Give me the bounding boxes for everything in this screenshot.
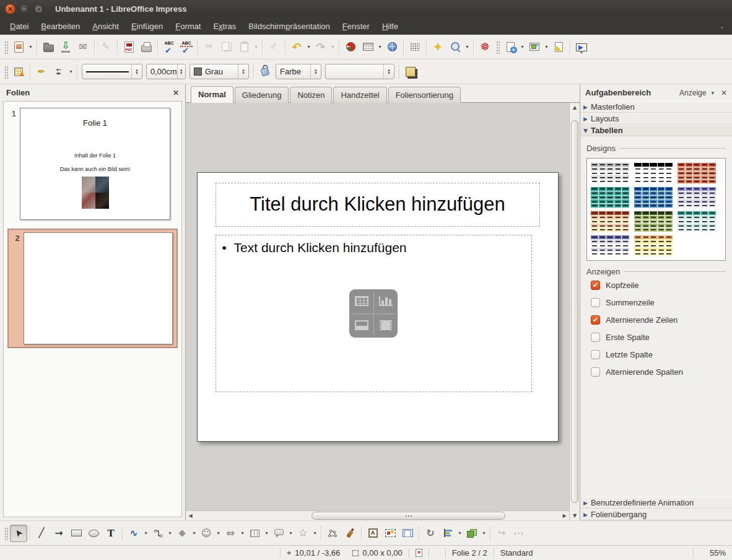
scroll-down-arrow[interactable]: ▼ [570, 511, 580, 520]
hyperlink-button[interactable] [383, 38, 401, 56]
checkbox-row-alternierende-zeilen[interactable]: ✔Alternierende Zeilen [586, 311, 726, 328]
edit-file-button[interactable]: ✎ [97, 38, 115, 56]
line-style-combo[interactable]: ▲▼ [82, 64, 142, 79]
line-dialog-button[interactable]: ✒ [33, 63, 50, 81]
object-size-field[interactable]: 0,00 x 0,00 [346, 546, 408, 560]
section-masterfolien[interactable]: ▶Masterfolien [580, 101, 732, 113]
new-dropdown-arrow[interactable]: ▾ [27, 44, 34, 50]
scroll-left-arrow[interactable]: ◀ [186, 511, 195, 520]
menu-datei[interactable]: Datei [4, 19, 35, 34]
insert-movie-icon[interactable] [380, 320, 392, 330]
slide-layout-dropdown-arrow[interactable]: ▾ [543, 44, 550, 50]
glue-points-button[interactable] [341, 525, 359, 542]
table-dropdown-arrow[interactable]: ▾ [377, 44, 383, 50]
arrow-style-dropdown-arrow[interactable]: ▾ [68, 69, 74, 74]
insert-chart-icon[interactable] [379, 296, 393, 306]
slide-indicator[interactable]: Folie 2 / 2 [446, 546, 494, 560]
line-color-spinner[interactable]: ▲▼ [238, 64, 248, 79]
document-modified-field[interactable] [409, 546, 429, 560]
menu-fenster[interactable]: Fenster [336, 19, 376, 34]
line-color-combo[interactable]: Grau ▲▼ [190, 64, 249, 79]
checkbox-summenzeile[interactable] [591, 298, 600, 307]
new-slide-dropdown-arrow[interactable]: ▾ [519, 44, 526, 50]
section-benutzerdefinierte-animation[interactable]: ▶Benutzerdefinierte Animation [580, 497, 732, 509]
ellipse-tool-button[interactable] [85, 525, 102, 542]
slide-1-thumb[interactable]: Folie 1 Inhalt der Folie 1 Das kann auch… [20, 108, 170, 220]
tab-notizen[interactable]: Notizen [290, 87, 332, 103]
line-width-spinbox[interactable]: 0,00cm ▲▼ [146, 64, 186, 79]
vertical-scroll-thumb[interactable] [571, 120, 578, 503]
table-design-blue[interactable] [634, 187, 673, 208]
slide-canvas-workspace[interactable]: Titel durch Klicken hinzufügen • Text du… [186, 103, 569, 510]
cut-button[interactable]: ✂ [201, 38, 218, 56]
open-button[interactable] [40, 38, 57, 56]
area-dialog-button[interactable] [256, 63, 274, 81]
symbol-shapes-button[interactable]: ☺ [198, 525, 215, 542]
slide-2-thumb[interactable] [24, 232, 173, 344]
section-tabellen[interactable]: ▼Tabellen [580, 125, 732, 136]
checkbox-row-letzte-spalte[interactable]: Letzte Spalte [586, 346, 726, 363]
alignment-dropdown-arrow[interactable]: ▾ [456, 530, 463, 536]
new-slide-button[interactable] [502, 38, 519, 56]
save-button[interactable]: ⇩ [57, 38, 74, 56]
checkbox-row-alternierende-spalten[interactable]: Alternierende Spalten [586, 363, 726, 380]
display-grid-button[interactable] [406, 38, 424, 56]
table-design-cyan[interactable] [678, 211, 716, 232]
curve-dropdown-arrow[interactable]: ▾ [142, 530, 149, 536]
zoom-button[interactable] [447, 38, 464, 56]
table-design-orange[interactable] [678, 163, 716, 183]
slide-thumbnail-2-selected[interactable]: 2 [7, 229, 178, 348]
toolbar-grip[interactable] [4, 527, 8, 540]
zoom-level-field[interactable]: 55% [694, 546, 732, 560]
section-folienübergang[interactable]: ▶Folienübergang [580, 509, 732, 520]
table-design-violet[interactable] [591, 235, 629, 256]
tab-foliensortierung[interactable]: Foliensortierung [388, 87, 461, 103]
interaction-button[interactable]: ↪ [493, 525, 510, 542]
title-placeholder[interactable]: Titel durch Klicken hinzufügen [216, 183, 540, 227]
slide-layout-button[interactable] [526, 38, 543, 56]
task-panel-view-label[interactable]: Anzeige [679, 89, 706, 97]
menubar-overflow-chevron-icon[interactable]: ⌄ [720, 23, 730, 30]
undo-dropdown-arrow[interactable]: ▾ [305, 44, 312, 50]
menu-ansicht[interactable]: Ansicht [86, 19, 125, 34]
points-tool-button[interactable] [324, 525, 341, 542]
connector-tool-button[interactable] [149, 525, 167, 542]
menu-extras[interactable]: Extras [207, 19, 242, 34]
content-placeholder[interactable]: • Text durch Klicken hinzufügen [216, 235, 532, 392]
slide-thumbnail-1[interactable]: 1 Folie 1 Inhalt der Folie 1 Das kann au… [4, 107, 181, 221]
paste-dropdown-arrow[interactable]: ▾ [253, 44, 259, 50]
slide-design-button[interactable] [550, 38, 567, 56]
table-design-teal[interactable] [591, 187, 629, 208]
slides-panel-close-icon[interactable]: ✕ [173, 89, 179, 97]
arrange-button[interactable] [463, 525, 481, 542]
section-layouts[interactable]: ▶Layouts [580, 113, 732, 125]
basic-shapes-button[interactable]: ◆ [173, 525, 191, 542]
insert-table-icon[interactable] [355, 296, 368, 306]
flowchart-button[interactable] [246, 525, 263, 542]
toolbar-grip[interactable] [495, 40, 500, 54]
curve-tool-button[interactable]: ∿ [125, 525, 142, 542]
horizontal-scroll-track[interactable] [195, 511, 560, 520]
checkbox-letzte-spalte[interactable] [591, 350, 600, 359]
connector-dropdown-arrow[interactable]: ▾ [167, 530, 173, 536]
gallery-button[interactable] [399, 525, 416, 542]
table-design-red-yellow[interactable] [591, 211, 629, 232]
start-presentation-button[interactable] [573, 38, 590, 56]
template-name-field[interactable]: Standard [494, 546, 693, 560]
scroll-right-arrow[interactable]: ▶ [560, 511, 569, 520]
email-button[interactable]: ✉ [74, 38, 92, 56]
symbol-shapes-dropdown-arrow[interactable]: ▾ [215, 530, 222, 536]
print-button[interactable] [137, 38, 155, 56]
basic-shapes-dropdown-arrow[interactable]: ▾ [191, 530, 198, 536]
stars-button[interactable]: ☆ [294, 525, 312, 542]
checkbox-row-kopfzeile[interactable]: ✔Kopfzeile [586, 276, 726, 294]
zoom-dropdown-arrow[interactable]: ▾ [464, 44, 471, 50]
insert-object-chooser[interactable] [349, 289, 398, 338]
checkbox-alternierende-spalten[interactable] [591, 367, 600, 377]
tab-handzettel[interactable]: Handzettel [333, 87, 386, 103]
help-button[interactable]: ☸ [476, 38, 494, 56]
table-design-green[interactable] [634, 211, 673, 232]
slide-editing-area[interactable]: Titel durch Klicken hinzufügen • Text du… [197, 172, 559, 442]
spellcheck-button[interactable]: ABC✔ [160, 38, 178, 56]
checkbox-alternierende-zeilen[interactable]: ✔ [591, 315, 600, 325]
